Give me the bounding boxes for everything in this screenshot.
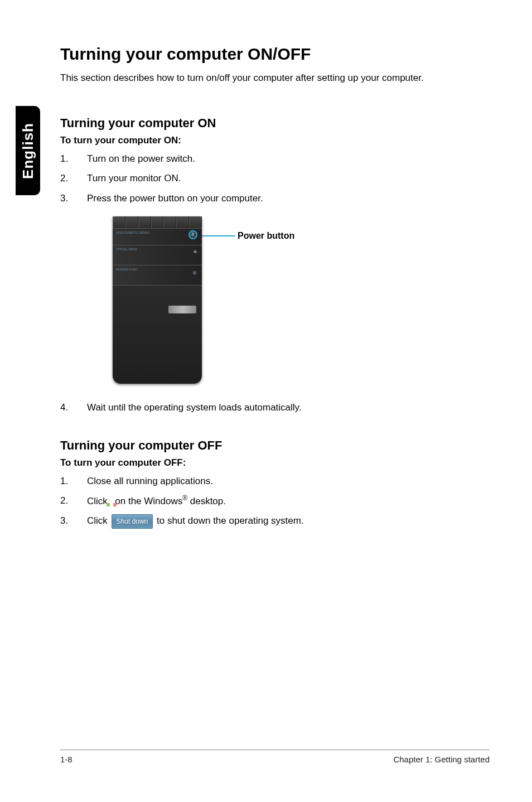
optical-label: OPTICAL DRIVE — [116, 248, 137, 251]
tower-top-vents — [113, 216, 202, 229]
tower-brand-band: ASUS ESSENTIO SERIES — [113, 229, 202, 245]
step-text: Wait until the operating system loads au… — [87, 400, 490, 415]
step-text: Click on the Windows® desktop. — [87, 494, 490, 508]
computer-tower: ASUS ESSENTIO SERIES OPTICAL DRIVE EXPAN… — [113, 216, 202, 384]
chapter-label: Chapter 1: Getting started — [393, 755, 490, 764]
off-step-2: 2. Click on the Windows® desktop. — [60, 494, 490, 508]
eject-icon — [193, 250, 197, 253]
step3-text-a: Click — [87, 515, 110, 526]
tower-logo — [168, 306, 196, 313]
off-step-3: 3. Click Shut down to shut down the oper… — [60, 514, 490, 529]
step-text: Turn your monitor ON. — [87, 171, 490, 186]
step-text: Press the power button on your computer. — [87, 191, 490, 206]
computer-figure: ASUS ESSENTIO SERIES OPTICAL DRIVE EXPAN… — [113, 216, 490, 384]
page-content: Turning your computer ON/OFF This sectio… — [60, 45, 490, 534]
page-footer: 1-8 Chapter 1: Getting started — [60, 750, 490, 764]
step2-text-b: on the Windows — [115, 496, 182, 506]
on-step-2: 2. Turn your monitor ON. — [60, 171, 490, 186]
on-heading: Turning your computer ON — [60, 116, 490, 131]
tower-brand-label: ASUS ESSENTIO SERIES — [116, 231, 149, 234]
on-step-3: 3. Press the power button on your comput… — [60, 191, 490, 206]
step3-text-b: to shut down the operating system. — [157, 515, 304, 526]
step-text: Turn on the power switch. — [87, 152, 490, 166]
power-button-callout: Power button — [238, 231, 294, 241]
step-number: 4. — [60, 400, 87, 415]
step-number: 2. — [60, 171, 87, 186]
tower-expansion-band: EXPANSION BAY — [113, 265, 202, 286]
off-subhead: To turn your computer OFF: — [60, 457, 490, 468]
page-number: 1-8 — [60, 755, 72, 764]
step-number: 3. — [60, 514, 87, 529]
registered-mark: ® — [182, 494, 187, 502]
step2-text-c: desktop. — [187, 496, 226, 506]
shutdown-button-icon: Shut down — [112, 514, 153, 529]
off-step-1: 1. Close all running applications. — [60, 474, 490, 489]
page-title: Turning your computer ON/OFF — [60, 45, 490, 64]
expansion-label: EXPANSION BAY — [116, 268, 138, 271]
step-number: 1. — [60, 474, 87, 489]
language-tab: English — [16, 106, 40, 195]
on-step-4: 4. Wait until the operating system loads… — [60, 400, 490, 415]
step-text: Click Shut down to shut down the operati… — [87, 514, 490, 529]
on-step-1: 1. Turn on the power switch. — [60, 152, 490, 166]
step-number: 1. — [60, 152, 87, 166]
off-heading: Turning your computer OFF — [60, 438, 490, 453]
language-label: English — [20, 123, 37, 179]
intro-text: This section describes how to turn on/of… — [60, 71, 490, 85]
on-subhead: To turn your computer ON: — [60, 135, 490, 146]
step-text: Close all running applications. — [87, 474, 490, 489]
step-number: 3. — [60, 191, 87, 206]
step-number: 2. — [60, 494, 87, 508]
tower-optical-band: OPTICAL DRIVE — [113, 245, 202, 265]
power-button-icon — [188, 230, 197, 239]
bay-indicator — [193, 271, 196, 274]
callout-line — [202, 235, 235, 236]
